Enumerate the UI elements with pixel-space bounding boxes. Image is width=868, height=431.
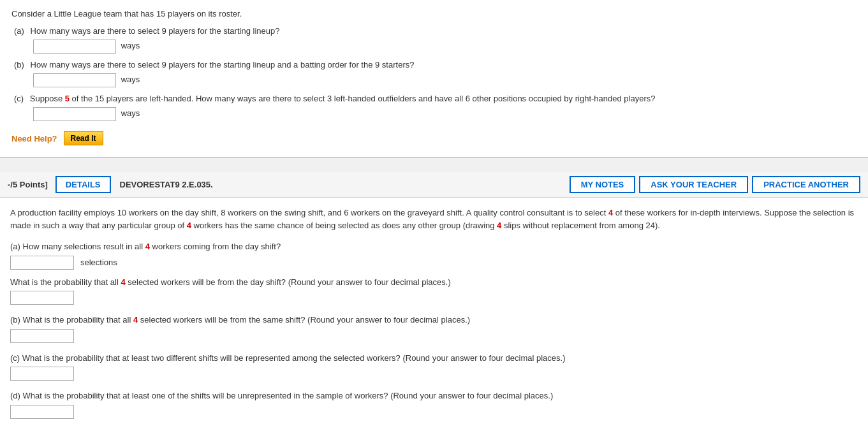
qa-text: How many ways are there to select 9 play… [31, 26, 280, 36]
question-code: DEVORESTAT9 2.E.035. [120, 180, 213, 189]
sub-q-a-answer-row: selections [10, 256, 858, 270]
section2: -/5 Points] DETAILS DEVORESTAT9 2.E.035.… [0, 172, 868, 431]
question-b-block: (b) How many ways are there to select 9 … [11, 60, 857, 87]
question-c-block: (c) Suppose 5 of the 15 players are left… [11, 94, 857, 121]
qc-text-after: of the 15 players are left-handed. How m… [70, 94, 656, 103]
sub-question-b: (b) What is the probability that all 4 s… [10, 314, 858, 343]
qc-unit: ways [121, 108, 140, 118]
sub-q-c-text: (c) What is the probability that at leas… [10, 352, 858, 365]
sub-q-c-answer-row [10, 367, 858, 381]
toolbar-right: MY NOTES ASK YOUR TEACHER PRACTICE ANOTH… [570, 176, 860, 193]
section1-intro: Consider a Little League team that has 1… [11, 9, 857, 18]
problem-text-middle: workers has the same chance of being sel… [191, 221, 497, 230]
sub-question-c: (c) What is the probability that at leas… [10, 352, 858, 381]
need-help-text: Need Help? [11, 134, 57, 143]
section1: Consider a Little League team that has 1… [0, 0, 868, 158]
need-help-row: Need Help? Read It [11, 131, 857, 145]
sub-q-b-text: (b) What is the probability that all 4 s… [10, 314, 858, 326]
sub-q-b-before: What is the probability that all [23, 315, 133, 325]
content-area: A production facility employs 10 workers… [0, 198, 868, 431]
followup-after: selected workers will be from the day sh… [126, 277, 451, 287]
toolbar: -/5 Points] DETAILS DEVORESTAT9 2.E.035.… [0, 172, 868, 198]
followup-before: What is the probability that all [10, 277, 121, 287]
sub-q-a-followup-text: What is the probability that all 4 selec… [10, 276, 858, 289]
problem-highlight2: 4 [187, 221, 191, 230]
practice-another-button[interactable]: PRACTICE ANOTHER [752, 176, 860, 193]
details-button[interactable]: DETAILS [55, 176, 111, 193]
qb-text: How many ways are there to select 9 play… [31, 60, 415, 69]
qc-highlight: 5 [65, 94, 70, 103]
my-notes-button[interactable]: MY NOTES [570, 176, 636, 193]
qa-label: (a) [14, 26, 24, 36]
sub-question-a: (a) How many selections result in all 4 … [10, 240, 858, 305]
ask-teacher-button[interactable]: ASK YOUR TEACHER [639, 176, 748, 193]
sub-q-d-answer-row [10, 405, 858, 419]
sub-q-d-text: (d) What is the probability that at leas… [10, 390, 858, 402]
qc-answer-input[interactable] [33, 107, 116, 121]
sub-q-a-followup-answer-row [10, 291, 858, 305]
sub-q-d-input[interactable] [10, 405, 74, 419]
sub-q-c-label: (c) [10, 353, 20, 363]
sub-question-d: (d) What is the probability that at leas… [10, 390, 858, 419]
read-it-button[interactable]: Read It [64, 131, 103, 145]
sub-q-d-label: (d) [10, 391, 20, 400]
sub-q-a-followup-input[interactable] [10, 291, 74, 305]
sub-q-a-input[interactable] [10, 256, 74, 270]
sub-q-b-input[interactable] [10, 329, 74, 343]
qb-answer-input[interactable] [33, 73, 116, 87]
sub-q-d-content: What is the probability that at least on… [23, 391, 554, 400]
qa-unit: ways [121, 41, 140, 50]
points-label: -/5 Points] [8, 180, 48, 189]
sub-q-a-text: (a) How many selections result in all 4 … [10, 240, 858, 253]
followup-highlight: 4 [121, 277, 125, 287]
sub-q-a-label: (a) [10, 242, 20, 251]
section-spacer [0, 158, 868, 172]
sub-q-b-label: (b) [10, 315, 20, 325]
sub-q-a-unit: selections [80, 258, 117, 267]
problem-statement: A production facility employs 10 workers… [10, 207, 858, 231]
sub-q-c-content: What is the probability that at least tw… [22, 353, 566, 363]
sub-q-c-input[interactable] [10, 367, 74, 381]
problem-text-before-first: A production facility employs 10 workers… [10, 208, 608, 217]
question-a-block: (a) How many ways are there to select 9 … [11, 26, 857, 54]
qb-unit: ways [121, 75, 140, 84]
qc-label: (c) [14, 94, 24, 103]
sub-q-a-after: workers coming from the day shift? [150, 242, 281, 251]
sub-q-b-answer-row [10, 329, 858, 343]
sub-q-a-highlight: 4 [145, 242, 150, 251]
sub-q-a-before: How many selections result in all [23, 242, 145, 251]
qc-text-before: Suppose [30, 94, 65, 103]
qa-answer-input[interactable] [33, 40, 116, 54]
problem-text-end: slips without replacement from among 24)… [501, 221, 660, 230]
sub-q-b-after: selected workers will be from the same s… [138, 315, 470, 325]
qb-label: (b) [14, 60, 24, 69]
